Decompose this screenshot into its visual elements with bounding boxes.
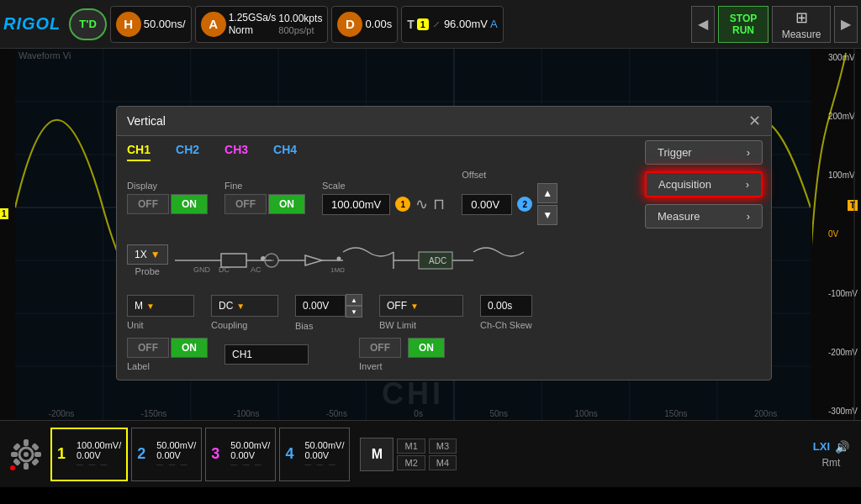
right-arrow-button[interactable]: ▶	[834, 6, 858, 43]
close-button[interactable]: ✕	[748, 112, 761, 130]
waveform-area: Waveform Vi CHI	[15, 49, 811, 420]
acquisition-button[interactable]: Acquisition ›	[645, 171, 763, 197]
ch3-info: 50.00mV/ 0.00V — — —	[230, 440, 270, 468]
m-buttons: M1 M2	[397, 438, 425, 470]
skew-value[interactable]: 0.00s	[480, 295, 532, 317]
label-off-button[interactable]: OFF	[127, 338, 169, 358]
dialog-titlebar: Vertical ✕	[117, 107, 771, 136]
right-panel: Trigger › Acquisition › Measure ›	[645, 140, 763, 228]
tab-ch2[interactable]: CH2	[176, 143, 199, 161]
channel1-bottom[interactable]: 1 100.00mV/ 0.00V — — —	[50, 428, 128, 481]
svg-rect-41	[34, 452, 41, 457]
bias-value[interactable]: 0.00V	[295, 295, 346, 317]
channel1-marker: 1	[0, 208, 8, 219]
lxi-label: LXI	[813, 440, 830, 453]
svg-point-28	[336, 257, 341, 261]
unit-select[interactable]: M ▼	[127, 295, 194, 317]
svg-text:AC: AC	[251, 265, 261, 274]
offset-arrows: ▲ ▼	[537, 183, 557, 225]
ch3-number: 3	[211, 445, 228, 463]
main-area: 1 Waveform Vi	[0, 49, 861, 420]
probe-select[interactable]: 1X ▼	[127, 244, 168, 265]
measure-dialog-button[interactable]: Measure ›	[645, 204, 763, 228]
svg-rect-39	[24, 463, 29, 470]
vertical-dialog: Vertical ✕ CH1 CH2 CH3 CH4 Trigger › Acq…	[116, 106, 772, 381]
scale-badge: 1	[395, 197, 410, 212]
display-toggle: OFF ON	[127, 194, 208, 214]
m2-button[interactable]: M2	[397, 455, 425, 470]
display-group: Display OFF ON	[127, 181, 208, 214]
square-wave-icon[interactable]: ⊓	[433, 195, 445, 213]
invert-group: OFF ON Invert	[359, 338, 445, 371]
bias-up-button[interactable]: ▲	[346, 294, 362, 306]
display-off-button[interactable]: OFF	[127, 194, 169, 214]
right-edge-waveform	[812, 49, 861, 420]
offset-up-button[interactable]: ▲	[537, 183, 557, 203]
label-toggle-group: OFF ON Label	[127, 338, 208, 371]
bias-arrows: ▲ ▼	[346, 294, 362, 318]
fine-off-button[interactable]: OFF	[224, 194, 267, 214]
top-bar: RIGOL T'D H 50.00ns/ A 1.25GSa/s Norm 10…	[0, 0, 861, 49]
m4-button[interactable]: M4	[429, 455, 457, 470]
trigger-button[interactable]: Trigger ›	[645, 140, 763, 165]
svg-point-46	[10, 465, 15, 470]
fine-on-button[interactable]: ON	[268, 194, 305, 214]
channel3-bottom[interactable]: 3 50.00mV/ 0.00V — — —	[205, 428, 276, 481]
invert-on-button[interactable]: ON	[408, 338, 445, 358]
d-circle: D	[337, 12, 362, 37]
scale-box: 100.00mV 1 ∿ ⊓	[322, 194, 445, 215]
sine-wave-icon[interactable]: ∿	[415, 195, 428, 213]
left-arrow-button[interactable]: ◀	[691, 6, 715, 43]
a-section[interactable]: A 1.25GSa/s Norm 10.00kpts 800ps/pt	[195, 6, 329, 43]
d-section[interactable]: D 0.00s	[331, 6, 398, 43]
coupling-select[interactable]: DC ▼	[211, 295, 278, 317]
right-side: 300mV 200mV 100mV 0V -100mV -200mV -300m…	[811, 49, 861, 420]
m-buttons-right: M3 M4	[429, 438, 457, 470]
display-on-button[interactable]: ON	[171, 194, 208, 214]
tab-ch1[interactable]: CH1	[127, 143, 151, 161]
td-button[interactable]: T'D	[69, 8, 106, 40]
svg-rect-40	[11, 452, 18, 457]
offset-badge: 2	[517, 197, 532, 212]
measure-button[interactable]: ⊞ Measure	[772, 6, 831, 43]
bwlimit-select[interactable]: OFF ▼	[379, 295, 463, 317]
dialog-title: Vertical	[127, 114, 166, 128]
label-toggle: OFF ON	[127, 338, 208, 358]
scale-value[interactable]: 100.00mV	[322, 194, 390, 215]
ch1-number: 1	[57, 445, 74, 463]
ch1-info: 100.00mV/ 0.00V — — —	[77, 440, 121, 468]
channel4-bottom[interactable]: 4 50.00mV/ 0.00V — — —	[279, 428, 350, 481]
tab-ch3[interactable]: CH3	[224, 143, 248, 161]
stop-run-button[interactable]: STOP RUN	[718, 6, 769, 43]
label-input-group: CH1	[224, 344, 309, 365]
circuit-diagram: GND DC AC 1MΩ	[175, 235, 536, 286]
scale-group: Scale 100.00mV 1 ∿ ⊓	[322, 181, 445, 215]
lxi-area: LXI 🔊 Rmt	[813, 440, 849, 469]
bias-group: 0.00V ▲ ▼ Bias	[295, 294, 362, 331]
svg-rect-38	[24, 439, 29, 446]
invert-off-button[interactable]: OFF	[359, 338, 401, 358]
ch4-number: 4	[285, 445, 302, 463]
m3-button[interactable]: M3	[429, 438, 457, 454]
rigol-logo: RIGOL	[3, 14, 61, 34]
offset-down-button[interactable]: ▼	[537, 205, 557, 225]
t-section[interactable]: T 1 ⟋ 96.00mV A	[401, 6, 503, 43]
h-section[interactable]: H 50.00ns/	[110, 6, 192, 43]
label-on-button[interactable]: ON	[171, 338, 208, 358]
skew-group: 0.00s Ch-Ch Skew	[480, 295, 532, 330]
speaker-icon: 🔊	[835, 440, 849, 454]
fine-group: Fine OFF ON	[224, 181, 305, 214]
svg-text:GND: GND	[193, 265, 211, 274]
tab-ch4[interactable]: CH4	[273, 143, 297, 161]
m1-button[interactable]: M1	[397, 438, 425, 454]
svg-point-37	[24, 452, 29, 457]
label-input[interactable]: CH1	[224, 344, 309, 365]
offset-value[interactable]: 0.00V	[462, 194, 512, 215]
svg-marker-26	[305, 255, 322, 265]
bottom-row: M ▼ Unit DC ▼ Coupling	[127, 294, 761, 331]
channel2-bottom[interactable]: 2 50.00mV/ 0.00V — — —	[131, 428, 202, 481]
settings-gear[interactable]	[5, 429, 47, 480]
invert-toggle: OFF ON	[359, 338, 445, 358]
offset-row: 0.00V 2 ▲ ▼	[462, 183, 557, 225]
bias-down-button[interactable]: ▼	[346, 306, 362, 318]
